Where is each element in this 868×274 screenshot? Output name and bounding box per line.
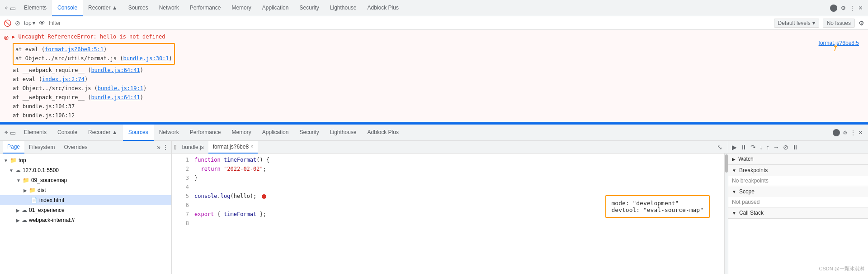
deactivate-button[interactable]: ⊘ [783,144,788,151]
tab-lighthouse[interactable]: Lighthouse [325,0,362,16]
tab-adblock[interactable]: Adblock Plus [362,0,404,16]
scope-section-header[interactable]: ▼ Scope [728,186,868,197]
pause-button[interactable]: ⏸ [741,144,747,151]
debugger-panel: ▶ ⏸ ↷ ↓ ↑ → ⊘ ⏸ ▶ Watch ▼ Breakpo [728,141,868,274]
line-number-8: 8 [175,220,189,226]
top-tab-bar-icons: ⌖ ▭ [2,4,19,12]
tree-item-experience[interactable]: ▶ ☁ 01_experience [0,205,171,215]
sidebar-menu-icon[interactable]: ⋮ [162,144,169,151]
top-tab-bar-right: 1 ⚙ ⋮ × [830,4,866,12]
tree-item-top[interactable]: ▼ 📁 top [0,155,171,165]
line-number-2: 2 [175,166,189,172]
stack-link-5[interactable]: bundle.js:19:1 [98,85,143,91]
tree-item-webpack-internal[interactable]: ▶ ☁ webpack-internal:// [0,215,171,225]
tab-console[interactable]: Console [52,0,83,16]
settings-icon-2[interactable]: ⚙ [859,19,864,27]
sidebar-more-icon[interactable]: » [157,144,160,151]
eye-icon[interactable]: 👁 [39,19,45,27]
default-levels-button[interactable]: Default levels ▾ [774,19,819,28]
file-ref-annotation[interactable]: format.js?6be8:5 [819,40,859,46]
filter-icon[interactable]: ⊘ [15,19,20,27]
more-icon[interactable]: ⋮ [849,5,855,11]
line-number-1: 1 [175,157,189,163]
bottom-tab-performance[interactable]: Performance [184,125,226,141]
line-number-7: 7 [175,211,189,217]
bottom-device-icon[interactable]: ▭ [10,129,16,136]
close-icon[interactable]: × [859,4,863,12]
stack-link-3[interactable]: bundle.js:64:41 [91,67,140,73]
inspect-icon[interactable]: ⌖ [5,4,8,12]
tab-memory[interactable]: Memory [226,0,256,16]
bottom-tab-application[interactable]: Application [257,125,294,141]
filter-input[interactable] [49,20,770,26]
resume-button[interactable]: ▶ [732,144,737,151]
step-out-button[interactable]: ↑ [766,144,769,151]
stack-line-2: at Object../src/utils/format.js (bundle.… [15,54,172,63]
code-tab-format[interactable]: format.js?6be8 × [208,141,258,154]
watch-section-header[interactable]: ▶ Watch [728,154,868,164]
tree-item-indexhtml[interactable]: 📄 index.html [0,195,171,205]
error-dot-icon [262,194,266,199]
stack-link-2[interactable]: bundle.js:30:1 [123,55,169,62]
sidebar-tab-overrides[interactable]: Overrides [59,141,92,154]
error-header: ⊗ ▶ Uncaught ReferenceError: hello is no… [4,32,864,43]
step-over-button[interactable]: ↷ [750,144,756,151]
bottom-tab-memory[interactable]: Memory [226,125,256,141]
sources-layout: Page Filesystem Overrides » ⋮ ▼ 📁 top ▼ … [0,141,868,274]
tab-application[interactable]: Application [257,0,294,16]
step-button[interactable]: → [773,144,779,151]
folder-icon-sourcemap: 📁 [23,177,29,183]
bottom-tab-network[interactable]: Network [154,125,184,141]
watch-label: Watch [738,156,754,162]
code-expand-icon[interactable]: ⤡ [717,144,722,151]
device-icon[interactable]: ▭ [10,5,16,12]
bottom-tab-adblock[interactable]: Adblock Plus [362,125,404,141]
code-tab-icon-bundle: {} [174,144,177,149]
breakpoints-toggle[interactable]: ⏸ [792,144,798,151]
context-selector[interactable]: top ▾ [24,20,35,26]
stack-link-4[interactable]: index.js:2:74 [42,76,85,82]
bottom-tab-sources[interactable]: Sources [123,125,154,141]
clear-icon[interactable]: 🚫 [4,19,11,27]
bottom-settings-icon[interactable]: ⚙ [843,130,848,136]
tab-network[interactable]: Network [154,0,184,16]
tree-arrow-dist: ▶ [24,188,27,193]
bottom-tab-lighthouse[interactable]: Lighthouse [325,125,362,141]
code-tab-bundle[interactable]: bundle.js [178,141,208,154]
sidebar-tab-filesystem[interactable]: Filesystem [24,141,59,154]
tab-recorder[interactable]: Recorder ▲ [83,0,123,16]
bottom-close-icon[interactable]: × [859,129,863,137]
code-line-1: 1 function timeFormat() { [172,155,728,164]
bottom-inspect-icon[interactable]: ⌖ [5,129,8,136]
tab-performance[interactable]: Performance [184,0,226,16]
step-into-button[interactable]: ↓ [760,144,763,151]
bottom-tab-security[interactable]: Security [294,125,324,141]
bottom-tab-elements[interactable]: Elements [19,125,52,141]
tree-item-sourcemap[interactable]: ▼ 📁 09_sourcemap [0,175,171,185]
callstack-section-header[interactable]: ▼ Call Stack [728,207,868,218]
stack-link-1[interactable]: format.js?6be8:5:1 [45,46,104,53]
sidebar-tab-page[interactable]: Page [3,141,24,154]
context-arrow: ▾ [33,20,35,26]
settings-icon[interactable]: ⚙ [841,5,846,11]
breakpoints-section-header[interactable]: ▼ Breakpoints [728,165,868,176]
tab-elements[interactable]: Elements [19,0,52,16]
tree-item-dist[interactable]: ▶ 📁 dist [0,185,171,195]
code-content-3: } [194,175,198,181]
code-tab-close-icon[interactable]: × [250,144,253,149]
watch-section: ▶ Watch [728,154,868,165]
bottom-tab-recorder[interactable]: Recorder ▲ [83,125,123,141]
no-issues-button[interactable]: No Issues [823,19,855,28]
default-levels-label: Default levels [778,20,811,26]
scope-label: Scope [739,188,755,195]
bottom-more-icon[interactable]: ⋮ [850,130,856,136]
notifications-badge[interactable]: 1 [830,5,837,12]
code-scrollbar[interactable] [724,154,728,274]
tab-sources[interactable]: Sources [123,0,154,16]
bottom-tab-console[interactable]: Console [52,125,83,141]
code-tab-label-format: format.js?6be8 [213,144,249,150]
tab-security[interactable]: Security [294,0,324,16]
tree-item-server[interactable]: ▼ ☁ 127.0.0.1:5500 [0,165,171,175]
stack-link-6[interactable]: bundle.js:64:41 [91,94,140,101]
bottom-notifications-badge[interactable]: 1 [833,129,840,136]
